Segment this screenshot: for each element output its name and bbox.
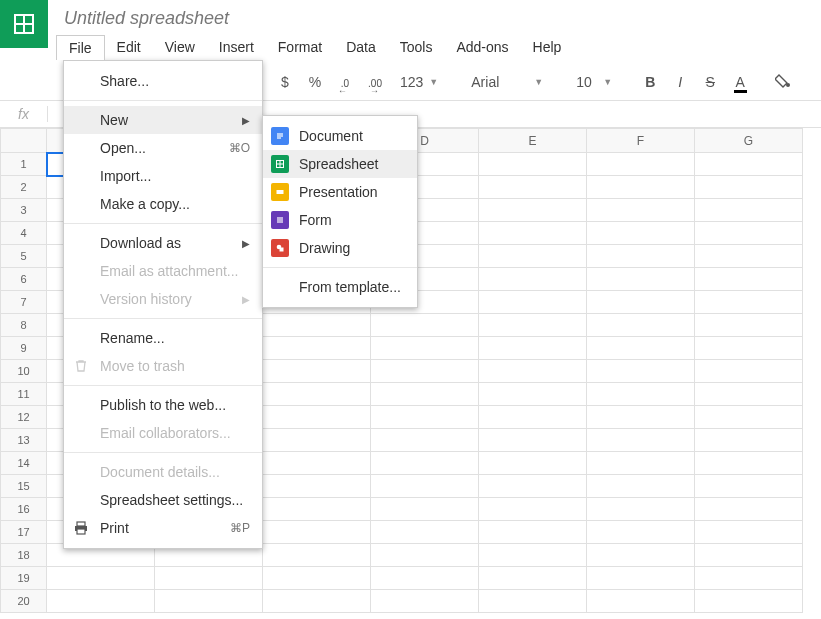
cell[interactable] <box>479 199 587 222</box>
row-header[interactable]: 1 <box>1 153 47 176</box>
decrease-decimal-button[interactable]: .0← <box>336 74 354 90</box>
menu-insert[interactable]: Insert <box>207 35 266 60</box>
cell[interactable] <box>479 475 587 498</box>
cell[interactable] <box>587 406 695 429</box>
cell[interactable] <box>479 429 587 452</box>
cell[interactable] <box>695 176 803 199</box>
submenu-item-from-template[interactable]: From template... <box>263 273 417 301</box>
row-header[interactable]: 13 <box>1 429 47 452</box>
cell[interactable] <box>695 521 803 544</box>
cell[interactable] <box>695 452 803 475</box>
cell[interactable] <box>371 337 479 360</box>
font-size-select[interactable]: 10▼ <box>572 74 616 90</box>
column-header[interactable]: E <box>479 129 587 153</box>
increase-decimal-button[interactable]: .00→ <box>366 74 384 90</box>
cell[interactable] <box>371 521 479 544</box>
cell[interactable] <box>695 590 803 613</box>
cell[interactable] <box>587 521 695 544</box>
cell[interactable] <box>695 268 803 291</box>
font-family-select[interactable]: Arial▼ <box>467 74 547 90</box>
menu-item-print[interactable]: Print⌘P <box>64 514 262 542</box>
cell[interactable] <box>371 383 479 406</box>
cell[interactable] <box>263 544 371 567</box>
menu-edit[interactable]: Edit <box>105 35 153 60</box>
menu-item-share[interactable]: Share... <box>64 67 262 95</box>
cell[interactable] <box>587 245 695 268</box>
submenu-item-presentation[interactable]: Presentation <box>263 178 417 206</box>
row-header[interactable]: 5 <box>1 245 47 268</box>
menu-item-spreadsheet-settings[interactable]: Spreadsheet settings... <box>64 486 262 514</box>
cell[interactable] <box>695 291 803 314</box>
cell[interactable] <box>695 153 803 176</box>
cell[interactable] <box>479 360 587 383</box>
row-header[interactable]: 10 <box>1 360 47 383</box>
menu-addons[interactable]: Add-ons <box>444 35 520 60</box>
cell[interactable] <box>587 314 695 337</box>
cell[interactable] <box>479 153 587 176</box>
row-header[interactable]: 2 <box>1 176 47 199</box>
cell[interactable] <box>479 337 587 360</box>
menu-item-make-copy[interactable]: Make a copy... <box>64 190 262 218</box>
row-header[interactable]: 4 <box>1 222 47 245</box>
cell[interactable] <box>695 199 803 222</box>
row-header[interactable]: 3 <box>1 199 47 222</box>
cell[interactable] <box>695 475 803 498</box>
menu-file[interactable]: File <box>56 35 105 60</box>
cell[interactable] <box>371 406 479 429</box>
cell[interactable] <box>47 567 155 590</box>
cell[interactable] <box>587 199 695 222</box>
cell[interactable] <box>263 452 371 475</box>
cell[interactable] <box>263 429 371 452</box>
cell[interactable] <box>695 544 803 567</box>
row-header[interactable]: 15 <box>1 475 47 498</box>
italic-button[interactable]: I <box>671 74 689 90</box>
submenu-item-drawing[interactable]: Drawing <box>263 234 417 262</box>
cell[interactable] <box>479 590 587 613</box>
menu-item-publish[interactable]: Publish to the web... <box>64 391 262 419</box>
document-title[interactable]: Untitled spreadsheet <box>56 6 821 35</box>
cell[interactable] <box>587 544 695 567</box>
cell[interactable] <box>263 590 371 613</box>
cell[interactable] <box>155 567 263 590</box>
cell[interactable] <box>479 268 587 291</box>
menu-item-new[interactable]: New▶ <box>64 106 262 134</box>
cell[interactable] <box>587 498 695 521</box>
cell[interactable] <box>587 291 695 314</box>
cell[interactable] <box>263 360 371 383</box>
cell[interactable] <box>371 429 479 452</box>
cell[interactable] <box>695 245 803 268</box>
row-header[interactable]: 6 <box>1 268 47 291</box>
cell[interactable] <box>587 452 695 475</box>
cell[interactable] <box>695 498 803 521</box>
cell[interactable] <box>587 590 695 613</box>
sheets-logo[interactable] <box>0 0 48 48</box>
cell[interactable] <box>371 544 479 567</box>
cell[interactable] <box>587 268 695 291</box>
strikethrough-button[interactable]: S <box>701 74 719 90</box>
menu-item-import[interactable]: Import... <box>64 162 262 190</box>
cell[interactable] <box>263 337 371 360</box>
column-header[interactable]: G <box>695 129 803 153</box>
menu-data[interactable]: Data <box>334 35 388 60</box>
cell[interactable] <box>155 590 263 613</box>
number-format-select[interactable]: 123▼ <box>396 74 442 90</box>
row-header[interactable]: 12 <box>1 406 47 429</box>
row-header[interactable]: 11 <box>1 383 47 406</box>
cell[interactable] <box>479 567 587 590</box>
bold-button[interactable]: B <box>641 74 659 90</box>
cell[interactable] <box>695 567 803 590</box>
cell[interactable] <box>371 498 479 521</box>
cell[interactable] <box>587 383 695 406</box>
cell[interactable] <box>479 383 587 406</box>
cell[interactable] <box>479 291 587 314</box>
cell[interactable] <box>479 521 587 544</box>
cell[interactable] <box>695 429 803 452</box>
row-header[interactable]: 16 <box>1 498 47 521</box>
cell[interactable] <box>479 314 587 337</box>
cell[interactable] <box>695 360 803 383</box>
fill-color-button[interactable] <box>774 73 792 92</box>
cell[interactable] <box>479 176 587 199</box>
cell[interactable] <box>695 314 803 337</box>
cell[interactable] <box>371 475 479 498</box>
submenu-item-document[interactable]: Document <box>263 122 417 150</box>
